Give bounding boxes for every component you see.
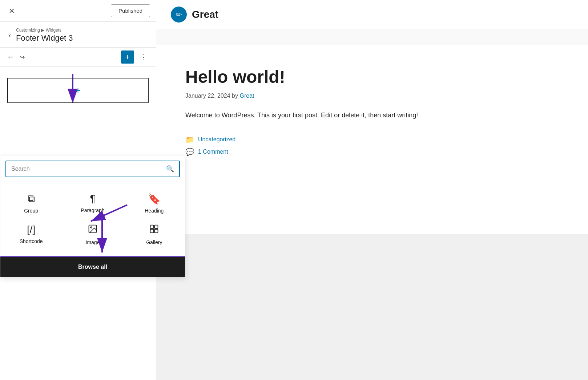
block-label-heading: Heading (145, 208, 164, 214)
add-block-outline[interactable]: + (7, 78, 149, 103)
post-footer: 📁 Uncategorized 💬 1 Comment (185, 135, 559, 156)
post-title: Hello world! (185, 67, 559, 87)
post-author-link[interactable]: Great (239, 93, 254, 99)
gray-area (156, 234, 588, 380)
search-icon: 🔍 (166, 165, 174, 173)
category-link[interactable]: Uncategorized (198, 136, 235, 143)
top-bar: ✕ Published (0, 0, 156, 22)
redo-button[interactable]: ↪ (18, 52, 27, 63)
search-container: 🔍 (0, 156, 185, 182)
toolbar: ↩ ↪ + ⋮ (0, 48, 156, 67)
more-options-button[interactable]: ⋮ (137, 51, 150, 63)
post-content: Welcome to WordPress. This is your first… (185, 110, 559, 121)
browse-all-button[interactable]: Browse all (0, 256, 185, 277)
block-label-image: Image (86, 239, 100, 245)
svg-rect-6 (150, 225, 154, 229)
svg-rect-9 (154, 229, 158, 233)
site-name: Great (192, 9, 218, 20)
svg-point-5 (90, 227, 92, 228)
block-inserter-dropdown: 🔍 ⧉Group¶Paragraph🔖Heading[/]ShortcodeIm… (0, 156, 185, 277)
add-icon: + (125, 52, 130, 62)
block-item-paragraph[interactable]: ¶Paragraph (62, 188, 123, 219)
block-icon-heading: 🔖 (148, 193, 161, 205)
breadcrumb-inner: Customizing ▶ Widgets Footer Widget 3 (16, 28, 73, 43)
block-label-shortcode: Shortcode (20, 238, 43, 244)
block-icon-image (88, 224, 98, 237)
block-grid: ⧉Group¶Paragraph🔖Heading[/]ShortcodeImag… (0, 182, 185, 256)
post-meta: January 22, 2024 by Great (185, 93, 559, 99)
page-title: Footer Widget 3 (16, 33, 73, 43)
svg-rect-8 (150, 229, 154, 233)
site-header-preview: ✏ Great (156, 0, 588, 29)
published-button[interactable]: Published (111, 4, 150, 17)
block-icon-gallery (149, 224, 159, 237)
block-item-gallery[interactable]: Gallery (124, 219, 185, 250)
breadcrumb: Customizing ▶ Widgets (16, 28, 73, 33)
left-panel: ✕ Published ‹ Customizing ▶ Widgets Foot… (0, 0, 156, 380)
comment-item: 💬 1 Comment (185, 147, 559, 156)
right-panel: ✏ Great Hello world! January 22, 2024 by… (156, 0, 588, 380)
block-icon-group: ⧉ (28, 193, 35, 205)
block-icon-paragraph: ¶ (90, 193, 95, 205)
back-button[interactable]: ‹ (7, 30, 12, 41)
category-icon: 📁 (185, 135, 194, 144)
search-box: 🔍 (5, 161, 180, 177)
breadcrumb-parent: Customizing (16, 28, 40, 33)
block-item-heading[interactable]: 🔖Heading (124, 188, 185, 219)
block-item-shortcode[interactable]: [/]Shortcode (0, 219, 62, 250)
block-label-group: Group (24, 208, 38, 214)
breadcrumb-section-label: Widgets (46, 28, 61, 33)
block-label-gallery: Gallery (146, 239, 162, 245)
logo-icon: ✏ (176, 10, 182, 19)
block-icon-shortcode: [/] (27, 224, 35, 235)
block-item-image[interactable]: Image (62, 219, 123, 250)
svg-rect-7 (154, 225, 158, 229)
block-label-paragraph: Paragraph (81, 207, 104, 213)
search-input[interactable] (6, 162, 161, 176)
undo-button[interactable]: ↩ (6, 52, 15, 63)
main-content-preview: Hello world! January 22, 2024 by Great W… (156, 45, 588, 234)
add-block-button[interactable]: + (121, 50, 134, 64)
category-item: 📁 Uncategorized (185, 135, 559, 144)
comment-link[interactable]: 1 Comment (198, 149, 228, 155)
search-button[interactable]: 🔍 (161, 161, 179, 177)
close-button[interactable]: ✕ (6, 5, 18, 17)
breadcrumb-section: ‹ Customizing ▶ Widgets Footer Widget 3 (0, 22, 156, 48)
comment-icon: 💬 (185, 147, 194, 156)
add-block-plus-icon: + (75, 85, 80, 96)
block-item-group[interactable]: ⧉Group (0, 188, 62, 219)
nav-bar-preview (156, 29, 588, 45)
site-logo: ✏ (171, 7, 187, 23)
